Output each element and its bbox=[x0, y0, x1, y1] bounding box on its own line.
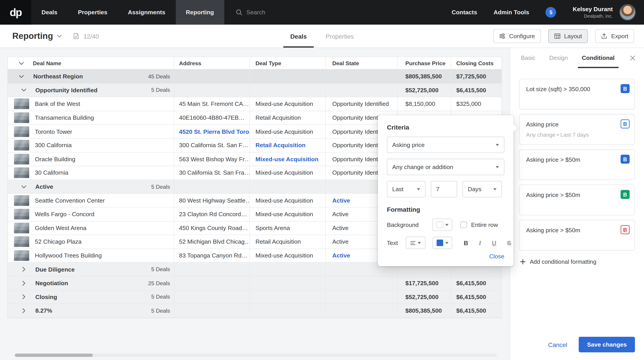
bold-button[interactable]: B bbox=[464, 239, 468, 246]
column-header-address[interactable]: Address bbox=[179, 60, 201, 66]
purchase-price-cell: $52,725,000 bbox=[398, 84, 451, 97]
chevron-down-icon bbox=[417, 188, 420, 190]
table-deal-row[interactable]: Bank of the West 45 Main St. Fremont CA…… bbox=[8, 97, 502, 111]
rule-text: Asking price > $50m bbox=[526, 156, 629, 163]
notification-badge[interactable]: 5 bbox=[546, 7, 556, 18]
tab-conditional[interactable]: Conditional bbox=[581, 48, 616, 68]
column-header-deal-state[interactable]: Deal State bbox=[332, 60, 359, 66]
deal-address-cell: 45 Main St. Fremont CA… bbox=[174, 97, 250, 111]
layout-button[interactable]: Layout bbox=[548, 29, 588, 43]
conditional-rule-card[interactable]: Asking price Any change • Last 7 days B bbox=[519, 114, 635, 145]
nav-item-reporting[interactable]: Reporting bbox=[176, 0, 224, 24]
group-name-cell: Negotiation 25 Deals bbox=[8, 276, 174, 290]
criteria-field-select[interactable]: Asking price bbox=[387, 137, 504, 153]
nav-item-deals[interactable]: Deals bbox=[31, 0, 68, 24]
expand-all-icon[interactable] bbox=[19, 62, 24, 65]
chevron-icon[interactable] bbox=[22, 282, 26, 285]
deal-address-cell: 300 California St. San F… bbox=[174, 139, 250, 152]
deal-name: 30 California bbox=[35, 170, 68, 176]
title-chevron-down-icon[interactable] bbox=[57, 35, 62, 37]
search-input[interactable]: Search bbox=[236, 0, 265, 24]
table-group-row[interactable]: Northeast Region 45 Deals $805,385,500 $… bbox=[8, 70, 502, 84]
deal-thumbnail bbox=[14, 168, 29, 178]
italic-button[interactable]: I bbox=[479, 239, 481, 246]
rule-text: Asking price > $50m bbox=[526, 191, 629, 198]
layout-label: Layout bbox=[564, 33, 582, 39]
save-changes-button[interactable]: Save changes bbox=[579, 337, 635, 353]
app-logo[interactable]: dp bbox=[0, 0, 31, 24]
entire-row-checkbox[interactable] bbox=[460, 221, 467, 228]
nav-item-properties[interactable]: Properties bbox=[68, 0, 118, 24]
tab-design[interactable]: Design bbox=[548, 48, 569, 68]
user-menu[interactable]: Kelsey Durant Dealpath, inc. bbox=[573, 5, 613, 19]
deal-type-cell: Mixed-use Acquisition bbox=[250, 97, 326, 111]
chevron-down-icon bbox=[445, 242, 448, 244]
purchase-price-cell: $8,150,000 bbox=[398, 97, 451, 111]
window-select[interactable]: Last bbox=[387, 181, 426, 197]
nav-item-assignments[interactable]: Assignments bbox=[118, 0, 176, 24]
conditional-rule-card[interactable]: Lot size (sqft) > 350,000 B bbox=[519, 79, 635, 110]
horizontal-scrollbar[interactable] bbox=[15, 354, 497, 357]
criteria-field-value: Asking price bbox=[392, 142, 425, 148]
page-title: Reporting bbox=[12, 31, 53, 41]
purchase-price-cell: $805,385,500 bbox=[398, 70, 451, 83]
export-button[interactable]: Export bbox=[595, 29, 634, 43]
nav-item-admin-tools[interactable]: Admin Tools bbox=[494, 9, 529, 15]
text-color-picker[interactable] bbox=[432, 237, 452, 249]
conditional-rule-card[interactable]: Asking price > $50m B bbox=[519, 220, 635, 251]
chevron-icon[interactable] bbox=[22, 185, 26, 188]
conditional-rule-card[interactable]: Asking price > $50m B bbox=[519, 185, 635, 215]
deal-name: 52 Chicago Plaza bbox=[35, 238, 82, 245]
close-link[interactable]: Close bbox=[387, 253, 504, 259]
column-header-deal-type[interactable]: Deal Type bbox=[255, 60, 281, 66]
deal-type-cell: Mixed-use Acquisition bbox=[250, 152, 326, 166]
table-group-row[interactable]: Opportunity Identified 5 Deals $52,725,0… bbox=[8, 84, 502, 97]
chevron-icon[interactable] bbox=[22, 295, 26, 298]
tab-basic[interactable]: Basic bbox=[520, 48, 536, 68]
chevron-icon[interactable] bbox=[19, 75, 24, 78]
window-unit-select[interactable]: Days bbox=[462, 181, 502, 197]
window-count-input[interactable] bbox=[431, 181, 457, 197]
table-group-row[interactable]: 8.27% 5 Deals $805,385,500 $6,415,500 bbox=[8, 304, 502, 318]
chevron-icon[interactable] bbox=[22, 268, 26, 271]
column-header-deal-name[interactable]: Deal Name bbox=[33, 60, 61, 66]
nav-item-contacts[interactable]: Contacts bbox=[452, 9, 477, 15]
deal-address-cell: 80 West Highway Seattle… bbox=[174, 194, 250, 207]
deal-thumbnail bbox=[14, 195, 29, 206]
chevron-icon[interactable] bbox=[22, 89, 26, 92]
user-org: Dealpath, inc. bbox=[573, 13, 613, 19]
user-avatar[interactable] bbox=[620, 5, 635, 20]
underline-button[interactable]: U bbox=[492, 239, 496, 246]
conditional-rule-card[interactable]: Asking price > $50m B bbox=[519, 149, 635, 180]
deal-name: Hollywood Trees Building bbox=[35, 252, 102, 259]
strikethrough-button[interactable]: S bbox=[507, 239, 511, 246]
deal-type-cell: Mixed-use Acquisition bbox=[250, 249, 326, 262]
tab-properties[interactable]: Properties bbox=[319, 24, 361, 48]
deal-name-cell: Wells Fargo - Concord bbox=[8, 207, 174, 221]
criteria-change-select[interactable]: Any change or addition bbox=[387, 159, 504, 175]
cancel-button[interactable]: Cancel bbox=[548, 341, 567, 348]
table-group-row[interactable]: Closing 5 Deals $52,725,000 $6,415,500 bbox=[8, 290, 502, 304]
group-name: Active bbox=[35, 183, 53, 190]
close-icon[interactable] bbox=[630, 55, 636, 61]
rule-subtext: Any change • Last 7 days bbox=[526, 132, 629, 138]
scrollbar-thumb[interactable] bbox=[15, 354, 93, 357]
table-group-row[interactable]: Negotiation 25 Deals $17,725,500 $6,415,… bbox=[8, 276, 502, 290]
deal-name-cell: Hollywood Trees Building bbox=[8, 249, 174, 262]
column-header-purchase-price[interactable]: Purchase Price bbox=[406, 60, 446, 66]
criteria-change-value: Any change or addition bbox=[392, 164, 453, 170]
text-align-picker[interactable] bbox=[406, 237, 426, 249]
deal-address-cell: 40E16060-4B80-47EB… bbox=[174, 111, 250, 124]
tab-deals[interactable]: Deals bbox=[283, 24, 314, 48]
group-state-cell bbox=[326, 290, 398, 304]
deal-type-cell: Mixed-use Acquisition bbox=[250, 207, 326, 221]
chevron-icon[interactable] bbox=[22, 309, 26, 312]
background-color-picker[interactable] bbox=[432, 219, 452, 231]
deal-thumbnail bbox=[14, 126, 29, 137]
add-conditional-formatting-button[interactable]: Add conditional formatting bbox=[510, 251, 644, 273]
deal-name-cell: 300 California bbox=[8, 139, 174, 152]
column-header-closing-costs[interactable]: Closing Costs bbox=[456, 60, 494, 66]
configure-button[interactable]: Configure bbox=[493, 29, 541, 43]
export-icon bbox=[601, 33, 607, 39]
deal-address-cell: 52 Michigan Blvd Chicag… bbox=[174, 235, 250, 249]
